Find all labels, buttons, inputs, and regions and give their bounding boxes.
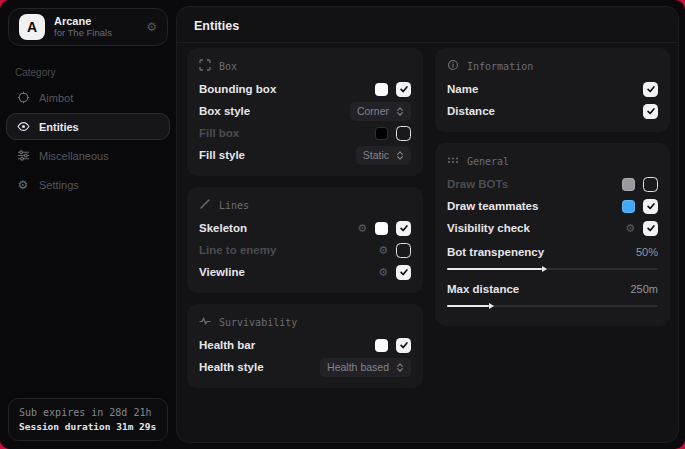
gear-icon[interactable]: ⚙ — [378, 267, 388, 278]
gear-icon: ⚙ — [16, 178, 30, 192]
dropdown-value: Health based — [327, 361, 389, 373]
setting-row-draw-teammates: Draw teammates — [447, 195, 658, 217]
gear-icon[interactable]: ⚙ — [357, 223, 367, 234]
brand-logo: A — [19, 14, 45, 40]
session-duration-text: Session duration 31m 29s — [19, 421, 157, 432]
group-header: Lines — [199, 198, 411, 212]
checkbox-checked[interactable] — [643, 199, 658, 214]
category-label: Category — [15, 67, 176, 78]
fill-style-dropdown[interactable]: Static — [356, 146, 411, 165]
setting-row-box-style: Box style Corner — [199, 100, 411, 122]
group-title: General — [467, 156, 509, 167]
gear-icon[interactable]: ⚙ — [378, 245, 388, 256]
subscription-status-card: Sub expires in 28d 21h Session duration … — [8, 398, 168, 441]
color-swatch[interactable] — [375, 83, 388, 96]
group-lines: Lines Skeleton ⚙ Line to enemy — [187, 187, 423, 293]
slider-fill[interactable] — [447, 268, 542, 270]
color-swatch[interactable] — [622, 178, 635, 191]
checkbox-checked[interactable] — [643, 221, 658, 236]
checkbox-unchecked[interactable] — [396, 126, 411, 141]
setting-row-health-bar: Health bar — [199, 334, 411, 356]
color-swatch[interactable] — [375, 127, 388, 140]
dropdown-value: Static — [363, 149, 389, 161]
setting-row-visibility-check: Visibility check ⚙ — [447, 217, 658, 239]
setting-label: Health style — [199, 361, 264, 373]
setting-row-bounding-box: Bounding box — [199, 78, 411, 100]
dropdown-value: Corner — [357, 105, 389, 117]
setting-row-fill-style: Fill style Static — [199, 144, 411, 166]
health-style-dropdown[interactable]: Health based — [320, 358, 411, 377]
group-header: Survivability — [199, 315, 411, 329]
main-panel: Entities Box Bounding box — [176, 6, 679, 443]
diagonal-line-icon — [199, 198, 211, 212]
sidebar-item-miscellaneous[interactable]: Miscellaneous — [6, 142, 170, 169]
page-title: Entities — [177, 7, 678, 43]
group-survivability: Survivability Health bar Health style — [187, 304, 423, 388]
chevron-up-down-icon — [396, 106, 404, 117]
gear-icon[interactable]: ⚙ — [625, 223, 635, 234]
left-column: Box Bounding box Box style — [187, 48, 423, 399]
right-column: Information Name Distance — [435, 48, 670, 399]
group-header: Information — [447, 59, 658, 73]
checkbox-unchecked[interactable] — [396, 243, 411, 258]
checkbox-checked[interactable] — [396, 82, 411, 97]
setting-label: Box style — [199, 105, 250, 117]
setting-row-line-to-enemy: Line to enemy ⚙ — [199, 239, 411, 261]
brand-text: Arcane for The Finals — [54, 15, 112, 39]
slider-value: 50% — [636, 246, 658, 258]
slider-fill[interactable] — [447, 305, 489, 307]
group-header: Box — [199, 59, 411, 73]
setting-label: Bot transpenency — [447, 246, 544, 258]
info-icon — [447, 59, 459, 73]
target-icon — [16, 91, 30, 105]
gear-icon[interactable]: ⚙ — [146, 20, 157, 34]
group-box: Box Bounding box Box style — [187, 48, 423, 176]
setting-label: Line to enemy — [199, 244, 276, 256]
setting-row-draw-bots: Draw BOTs — [447, 173, 658, 195]
setting-row-name: Name — [447, 78, 658, 100]
setting-label: Draw BOTs — [447, 178, 508, 190]
sidebar-item-settings[interactable]: ⚙ Settings — [6, 171, 170, 198]
slider-track[interactable] — [447, 268, 658, 270]
checkbox-checked[interactable] — [643, 104, 658, 119]
group-header: General — [447, 154, 658, 168]
setting-label: Fill style — [199, 149, 245, 161]
eye-icon — [16, 120, 30, 134]
group-title: Information — [467, 61, 533, 72]
color-swatch[interactable] — [375, 222, 388, 235]
setting-label: Bounding box — [199, 83, 276, 95]
setting-label: Skeleton — [199, 222, 247, 234]
slider-track[interactable] — [447, 305, 658, 307]
box-style-dropdown[interactable]: Corner — [350, 102, 411, 121]
chevron-up-down-icon — [396, 150, 404, 161]
setting-row-skeleton: Skeleton ⚙ — [199, 217, 411, 239]
group-title: Box — [219, 61, 237, 72]
sidebar-item-aimbot[interactable]: Aimbot — [6, 84, 170, 111]
sidebar-item-entities[interactable]: Entities — [6, 113, 170, 140]
group-general: General Draw BOTs Draw teammates — [435, 143, 670, 326]
checkbox-unchecked[interactable] — [643, 177, 658, 192]
sub-expiry-text: Sub expires in 28d 21h — [19, 407, 157, 418]
checkbox-checked[interactable] — [396, 221, 411, 236]
dots-grid-icon — [447, 154, 459, 168]
chevron-up-down-icon — [396, 362, 404, 373]
setting-row-viewline: Viewline ⚙ — [199, 261, 411, 283]
color-swatch[interactable] — [375, 339, 388, 352]
box-corners-icon — [199, 59, 211, 73]
slider-max-distance: Max distance 250m — [447, 279, 658, 307]
slider-bot-transparency: Bot transpenency 50% — [447, 242, 658, 270]
color-swatch[interactable] — [622, 200, 635, 213]
group-title: Lines — [219, 200, 249, 211]
checkbox-checked[interactable] — [643, 82, 658, 97]
heartbeat-icon — [199, 315, 211, 329]
app-window: A Arcane for The Finals ⚙ Category Aimbo… — [0, 0, 685, 449]
sidebar-item-label: Entities — [39, 121, 79, 133]
sidebar: A Arcane for The Finals ⚙ Category Aimbo… — [0, 0, 176, 449]
checkbox-checked[interactable] — [396, 265, 411, 280]
group-title: Survivability — [219, 317, 297, 328]
sliders-icon — [16, 149, 30, 163]
setting-row-distance: Distance — [447, 100, 658, 122]
brand-title: Arcane — [54, 15, 112, 28]
checkbox-checked[interactable] — [396, 338, 411, 353]
sidebar-nav: Aimbot Entities Miscella — [0, 84, 176, 198]
